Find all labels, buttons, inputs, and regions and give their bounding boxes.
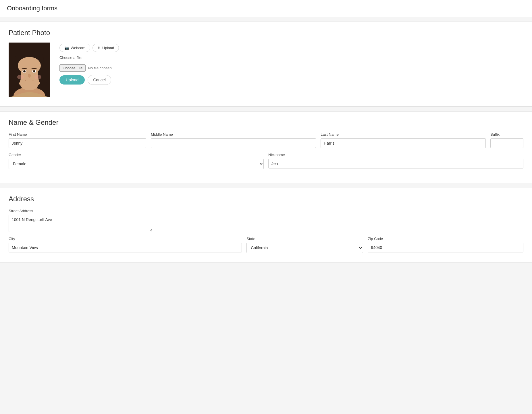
patient-photo-preview: [9, 43, 50, 97]
first-name-label: First Name: [9, 132, 146, 137]
nickname-input[interactable]: [268, 159, 523, 168]
choose-file-button[interactable]: Choose File: [59, 64, 86, 72]
first-name-input[interactable]: [9, 138, 146, 148]
cancel-button[interactable]: Cancel: [88, 75, 111, 85]
svg-point-13: [28, 74, 31, 78]
last-name-group: Last Name: [321, 132, 486, 148]
suffix-input[interactable]: [490, 138, 523, 148]
upload-action-button[interactable]: Upload: [59, 75, 85, 85]
name-row: First Name Middle Name Last Name Suffix: [9, 132, 523, 148]
webcam-label: Webcam: [71, 46, 85, 50]
nickname-label: Nickname: [268, 153, 523, 157]
first-name-group: First Name: [9, 132, 146, 148]
street-label: Street Address: [9, 209, 523, 213]
photo-controls: 📷 Webcam ⬆ Upload Choose a file: Choose …: [59, 43, 119, 85]
zip-label: Zip Code: [368, 237, 523, 241]
upload-mode-button[interactable]: ⬆ Upload: [92, 44, 119, 52]
camera-icon: 📷: [64, 46, 69, 50]
city-input[interactable]: [9, 243, 242, 252]
patient-photo-section: Patient Photo: [0, 22, 532, 107]
middle-name-group: Middle Name: [151, 132, 316, 148]
street-address-group: Street Address 1001 N Rengstorff Ave: [9, 209, 523, 232]
suffix-group: Suffix: [490, 132, 523, 148]
svg-point-6: [18, 57, 41, 74]
patient-photo-title: Patient Photo: [9, 29, 523, 37]
page-header: Onboarding forms: [0, 0, 532, 17]
file-input-row: Choose File No file chosen: [59, 64, 119, 72]
last-name-input[interactable]: [321, 138, 486, 148]
zip-input[interactable]: [368, 243, 523, 252]
photo-btn-group: 📷 Webcam ⬆ Upload: [59, 44, 119, 52]
street-input[interactable]: 1001 N Rengstorff Ave: [9, 215, 152, 232]
upload-icon: ⬆: [97, 46, 101, 50]
patient-photo-svg: [9, 43, 50, 97]
svg-point-16: [21, 80, 38, 90]
middle-name-label: Middle Name: [151, 132, 316, 137]
upload-mode-label: Upload: [102, 46, 114, 50]
zip-group: Zip Code: [368, 237, 523, 252]
no-file-text: No file chosen: [88, 66, 111, 70]
address-section: Address Street Address 1001 N Rengstorff…: [0, 188, 532, 262]
suffix-label: Suffix: [490, 132, 523, 137]
gender-group: Gender Female Male Other Unknown: [9, 153, 264, 169]
city-group: City: [9, 237, 242, 252]
state-group: State AlabamaAlaskaArizonaArkansas Calif…: [246, 237, 363, 253]
gender-label: Gender: [9, 153, 264, 157]
nickname-group: Nickname: [268, 153, 523, 169]
name-gender-section: Name & Gender First Name Middle Name Las…: [0, 111, 532, 183]
city-label: City: [9, 237, 242, 241]
gender-select[interactable]: Female Male Other Unknown: [9, 159, 264, 169]
gender-row: Gender Female Male Other Unknown Nicknam…: [9, 153, 523, 169]
last-name-label: Last Name: [321, 132, 486, 137]
page-title: Onboarding forms: [7, 5, 525, 12]
middle-name-input[interactable]: [151, 138, 316, 148]
svg-point-15: [34, 75, 41, 79]
name-gender-title: Name & Gender: [9, 118, 523, 126]
svg-point-12: [34, 71, 35, 72]
webcam-button[interactable]: 📷 Webcam: [59, 44, 90, 52]
upload-cancel-row: Upload Cancel: [59, 75, 119, 85]
photo-section-content: 📷 Webcam ⬆ Upload Choose a file: Choose …: [9, 43, 523, 97]
state-select[interactable]: AlabamaAlaskaArizonaArkansas CaliforniaC…: [246, 243, 363, 253]
state-label: State: [246, 237, 363, 241]
address-title: Address: [9, 195, 523, 203]
svg-point-14: [17, 75, 24, 79]
city-state-zip-row: City State AlabamaAlaskaArizonaArkansas …: [9, 237, 523, 253]
svg-point-11: [24, 71, 25, 72]
choose-file-label: Choose a file:: [59, 55, 119, 60]
